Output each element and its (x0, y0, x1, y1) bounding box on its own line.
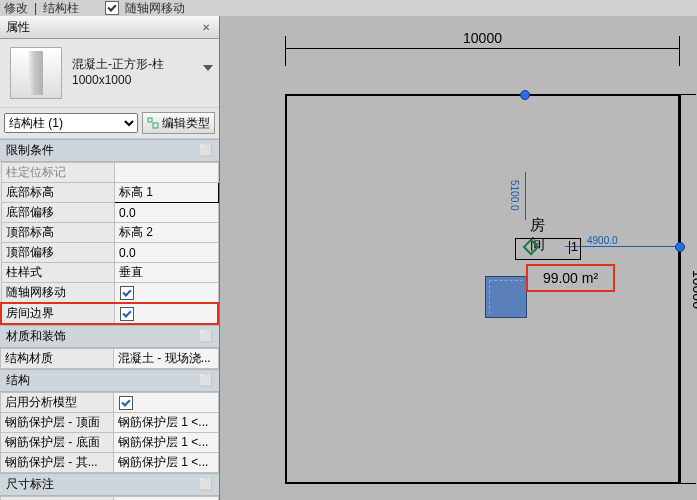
ribbon-context-strip: 修改 | 结构柱 随轴网移动 (0, 0, 697, 16)
prop-key: 底部标高 (1, 183, 115, 203)
prop-key: 底部偏移 (1, 203, 115, 223)
prop-key: 钢筋保护层 - 顶面 (1, 413, 114, 433)
panel-title: 属性 (6, 19, 30, 36)
checkbox-icon[interactable] (120, 286, 134, 300)
prop-value[interactable] (115, 303, 219, 324)
prop-value[interactable]: 标高 1 (115, 183, 219, 203)
prop-value[interactable]: 混凝土 - 现场浇... (114, 349, 219, 369)
column-footprint[interactable] (485, 276, 527, 318)
prop-row: 随轴网移动 (1, 283, 218, 304)
move-with-grids-label: 随轴网移动 (125, 0, 185, 17)
prop-value: 4.000 m³ (114, 497, 219, 501)
group-structural[interactable]: 结构 ⬜ (0, 369, 219, 392)
type-text: 混凝土-正方形-柱 1000x1000 (72, 57, 193, 88)
prop-value[interactable] (114, 393, 219, 413)
prop-row: 体积 4.000 m³ (1, 497, 219, 501)
instance-filter-select[interactable]: 结构柱 (1) (4, 113, 138, 133)
dimension-value: 10000 (690, 94, 697, 484)
prop-key: 顶部标高 (1, 223, 115, 243)
prop-row: 钢筋保护层 - 顶面 钢筋保护层 1 <... (1, 413, 219, 433)
room-area-readout: 99.00 m² (526, 264, 615, 292)
prop-value[interactable] (115, 283, 219, 304)
checkbox-icon[interactable] (119, 396, 133, 410)
move-with-grids-checkbox[interactable] (105, 1, 119, 15)
checkbox-icon[interactable] (120, 307, 134, 321)
prop-row: 结构材质 混凝土 - 现场浇... (1, 349, 219, 369)
prop-key: 房间边界 (1, 303, 115, 324)
type-name: 1000x1000 (72, 73, 193, 89)
prop-value[interactable]: 钢筋保护层 1 <... (114, 453, 219, 473)
room-area-value: 99.00 m² (543, 270, 598, 286)
prop-key: 结构材质 (1, 349, 114, 369)
prop-key: 启用分析模型 (1, 393, 114, 413)
prop-row: 启用分析模型 (1, 393, 219, 413)
prop-row: 柱样式 垂直 (1, 263, 218, 283)
panel-header: 属性 (0, 16, 219, 39)
prop-value[interactable]: 垂直 (115, 263, 219, 283)
expand-icon[interactable]: ⬜ (199, 478, 213, 491)
room-boundary[interactable] (285, 94, 680, 484)
ribbon-item[interactable]: 修改 (4, 0, 28, 17)
chevron-down-icon (203, 65, 213, 71)
svg-rect-1 (153, 123, 158, 128)
prop-row: 钢筋保护层 - 底面 钢筋保护层 1 <... (1, 433, 219, 453)
edit-type-label: 编辑类型 (162, 115, 210, 132)
temp-dim-value: 4900.0 (587, 235, 618, 246)
temp-dimension-vertical[interactable]: 5100.0 (515, 172, 533, 220)
group-dims[interactable]: 尺寸标注 ⬜ (0, 473, 219, 496)
prop-value[interactable]: 钢筋保护层 1 <... (114, 413, 219, 433)
prop-row: 顶部偏移 0.0 (1, 243, 218, 263)
prop-key: 体积 (1, 497, 114, 501)
drawing-canvas[interactable]: 10000 10000 5100.0 4900.0 房间 1 (221, 16, 697, 500)
prop-key: 柱样式 (1, 263, 115, 283)
prop-key: 柱定位标记 (1, 163, 115, 183)
prop-row-room-bounding: 房间边界 (1, 303, 218, 324)
prop-key: 钢筋保护层 - 其... (1, 453, 114, 473)
prop-value[interactable]: 0.0 (115, 203, 219, 223)
prop-row: 钢筋保护层 - 其... 钢筋保护层 1 <... (1, 453, 219, 473)
prop-row: 底部标高 标高 1 (1, 183, 218, 203)
expand-icon[interactable]: ⬜ (199, 330, 213, 343)
properties-panel: 属性 混凝土-正方形-柱 1000x1000 结构柱 (1) 编辑类型 限 (0, 16, 220, 500)
prop-value[interactable]: 钢筋保护层 1 <... (114, 433, 219, 453)
prop-value[interactable]: 0.0 (115, 243, 219, 263)
group-materials[interactable]: 材质和装饰 ⬜ (0, 325, 219, 348)
drag-grip[interactable] (520, 90, 530, 100)
group-constraints[interactable]: 限制条件 ⬜ (0, 139, 219, 162)
ribbon-item[interactable]: 结构柱 (43, 0, 79, 17)
prop-value[interactable]: 标高 2 (115, 223, 219, 243)
dimension-horizontal[interactable]: 10000 (285, 30, 680, 76)
edit-type-button[interactable]: 编辑类型 (142, 112, 215, 134)
prop-key: 顶部偏移 (1, 243, 115, 263)
svg-rect-0 (148, 118, 152, 122)
prop-row: 顶部标高 标高 2 (1, 223, 218, 243)
prop-key: 随轴网移动 (1, 283, 115, 304)
type-family: 混凝土-正方形-柱 (72, 57, 193, 73)
dimension-value: 10000 (285, 30, 680, 46)
type-selector[interactable]: 混凝土-正方形-柱 1000x1000 (0, 39, 219, 108)
prop-row: 柱定位标记 (1, 163, 218, 183)
prop-row: 底部偏移 0.0 (1, 203, 218, 223)
prop-value[interactable] (115, 163, 219, 183)
drag-grip[interactable] (675, 242, 685, 252)
type-thumbnail (10, 47, 62, 99)
divider: | (34, 1, 37, 15)
expand-icon[interactable]: ⬜ (199, 144, 213, 157)
edit-type-icon (147, 117, 159, 129)
temp-dim-value: 5100.0 (509, 180, 520, 211)
temp-dimension-horizontal[interactable]: 4900.0 (565, 236, 675, 250)
expand-icon[interactable]: ⬜ (199, 374, 213, 387)
close-icon[interactable] (199, 20, 213, 34)
prop-key: 钢筋保护层 - 底面 (1, 433, 114, 453)
